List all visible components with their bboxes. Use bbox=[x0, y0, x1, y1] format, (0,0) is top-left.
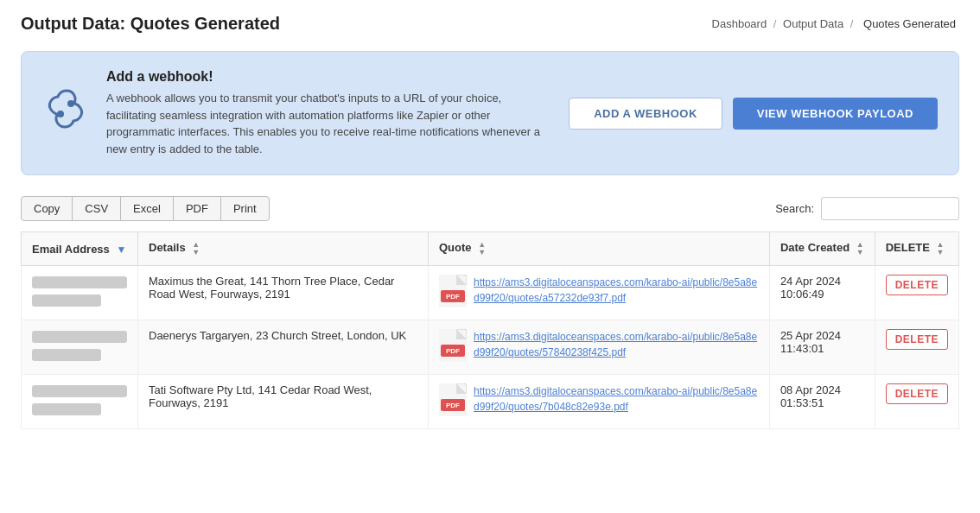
view-webhook-payload-button[interactable]: VIEW WEBHOOK PAYLOAD bbox=[733, 98, 938, 130]
sort-icons-quote: ▲▼ bbox=[478, 241, 486, 256]
pdf-icon: PDF bbox=[439, 329, 467, 362]
svg-text:PDF: PDF bbox=[446, 402, 460, 409]
email-cell bbox=[22, 375, 138, 429]
email-blur-line1 bbox=[32, 276, 127, 288]
page-header: Output Data: Quotes Generated Dashboard … bbox=[21, 14, 959, 34]
sort-icons-details: ▲▼ bbox=[192, 241, 200, 256]
svg-text:PDF: PDF bbox=[446, 347, 460, 355]
date-cell: 08 Apr 202401:53:51 bbox=[769, 375, 875, 429]
table-row: Maximus the Great, 141 Thorn Tree Place,… bbox=[22, 266, 959, 320]
page-title: Output Data: Quotes Generated bbox=[21, 14, 280, 34]
col-delete[interactable]: DELETE ▲▼ bbox=[875, 232, 958, 266]
search-label: Search: bbox=[775, 202, 814, 215]
details-cell: Tati Software Pty Ltd, 141 Cedar Road We… bbox=[138, 375, 429, 429]
pdf-icon: PDF bbox=[439, 275, 467, 307]
table-row: Daenerys Targaryen, 23 Church Street, Lo… bbox=[22, 320, 959, 375]
quote-link[interactable]: https://ams3.digitaloceanspaces.com/kara… bbox=[474, 329, 759, 360]
webhook-icon bbox=[42, 86, 89, 141]
email-blur-line2 bbox=[32, 403, 101, 415]
data-table: Email Address ▼ Details ▲▼ Quote ▲▼ Date… bbox=[21, 231, 959, 429]
delete-cell: DELETE bbox=[875, 266, 958, 320]
breadcrumb-output-data[interactable]: Output Data bbox=[783, 17, 843, 30]
date-cell: 24 Apr 202410:06:49 bbox=[769, 266, 875, 320]
delete-cell: DELETE bbox=[875, 320, 958, 375]
print-button[interactable]: Print bbox=[220, 196, 270, 221]
webhook-heading: Add a webhook! bbox=[106, 69, 551, 85]
svg-point-1 bbox=[67, 100, 74, 107]
toolbar: Copy CSV Excel PDF Print Search: bbox=[21, 196, 959, 221]
breadcrumb: Dashboard / Output Data / Quotes Generat… bbox=[712, 17, 959, 30]
table-header-row: Email Address ▼ Details ▲▼ Quote ▲▼ Date… bbox=[22, 232, 959, 266]
email-cell bbox=[22, 320, 138, 375]
search-area: Search: bbox=[775, 197, 959, 220]
delete-cell: DELETE bbox=[875, 375, 958, 429]
quote-link[interactable]: https://ams3.digitaloceanspaces.com/kara… bbox=[474, 383, 759, 415]
email-blur-line1 bbox=[32, 331, 127, 343]
svg-text:PDF: PDF bbox=[446, 293, 460, 301]
quote-link[interactable]: https://ams3.digitaloceanspaces.com/kara… bbox=[474, 275, 759, 306]
email-cell bbox=[22, 266, 138, 320]
search-input[interactable] bbox=[821, 197, 959, 220]
email-blur-line1 bbox=[32, 385, 127, 397]
export-buttons: Copy CSV Excel PDF Print bbox=[21, 196, 269, 221]
breadcrumb-dashboard[interactable]: Dashboard bbox=[712, 17, 767, 30]
email-blur-line2 bbox=[32, 294, 101, 307]
col-details[interactable]: Details ▲▼ bbox=[138, 232, 429, 266]
details-cell: Daenerys Targaryen, 23 Church Street, Lo… bbox=[138, 320, 429, 375]
details-cell: Maximus the Great, 141 Thorn Tree Place,… bbox=[138, 266, 429, 320]
webhook-banner: Add a webhook! A webhook allows you to t… bbox=[21, 51, 959, 175]
breadcrumb-current: Quotes Generated bbox=[863, 17, 956, 30]
quote-cell: PDF https://ams3.digitaloceanspaces.com/… bbox=[429, 320, 770, 375]
col-quote[interactable]: Quote ▲▼ bbox=[429, 232, 770, 266]
sort-arrow-down-icon: ▼ bbox=[116, 244, 126, 256]
svg-point-0 bbox=[57, 111, 64, 117]
excel-button[interactable]: Excel bbox=[120, 196, 174, 221]
col-date-created[interactable]: Date Created ▲▼ bbox=[769, 232, 875, 266]
webhook-text-area: Add a webhook! A webhook allows you to t… bbox=[106, 69, 551, 157]
table-row: Tati Software Pty Ltd, 141 Cedar Road We… bbox=[22, 375, 959, 429]
pdf-button[interactable]: PDF bbox=[173, 196, 221, 221]
csv-button[interactable]: CSV bbox=[72, 196, 121, 221]
delete-button[interactable]: DELETE bbox=[886, 275, 948, 295]
quote-cell: PDF https://ams3.digitaloceanspaces.com/… bbox=[429, 266, 770, 320]
copy-button[interactable]: Copy bbox=[21, 196, 73, 221]
delete-button[interactable]: DELETE bbox=[886, 383, 948, 404]
col-email[interactable]: Email Address ▼ bbox=[22, 232, 138, 266]
quote-cell: PDF https://ams3.digitaloceanspaces.com/… bbox=[429, 375, 770, 429]
pdf-icon: PDF bbox=[439, 383, 467, 416]
email-blur-line2 bbox=[32, 349, 101, 361]
sort-icons-date: ▲▼ bbox=[856, 241, 864, 256]
date-cell: 25 Apr 202411:43:01 bbox=[769, 320, 875, 375]
add-webhook-button[interactable]: ADD A WEBHOOK bbox=[569, 98, 722, 130]
delete-button[interactable]: DELETE bbox=[886, 329, 948, 350]
webhook-description: A webhook allows you to transmit your ch… bbox=[106, 90, 551, 157]
webhook-actions: ADD A WEBHOOK VIEW WEBHOOK PAYLOAD bbox=[569, 98, 938, 130]
sort-icons-delete: ▲▼ bbox=[937, 241, 945, 256]
